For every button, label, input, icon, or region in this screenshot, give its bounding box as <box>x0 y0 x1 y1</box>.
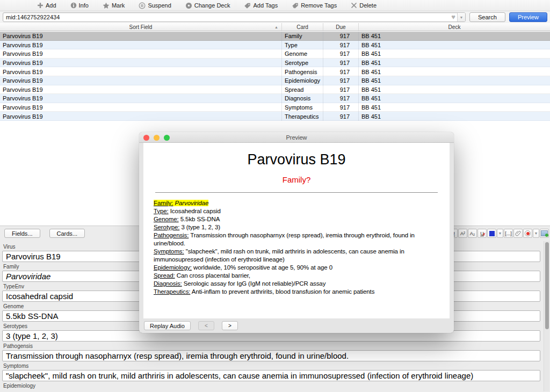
table-row[interactable]: Parvovirus B19 Pathogensis 917 BB 451 <box>0 67 550 76</box>
pause-circle-icon <box>139 2 146 9</box>
card-title: Parvovirus B19 <box>143 151 450 168</box>
add-button[interactable]: Add <box>37 2 56 9</box>
table-row[interactable]: Parvovirus B19 Type 917 BB 451 <box>0 41 550 50</box>
info-icon <box>70 2 77 9</box>
info-label: Info <box>79 2 89 9</box>
next-card-button[interactable]: > <box>222 321 238 330</box>
delete-x-icon <box>351 2 357 9</box>
answer-line: Type: Icosahedral capsid <box>154 207 443 215</box>
main-toolbar: Add Info Mark Suspend Change Deck Add Ta… <box>0 0 550 11</box>
answer-line: Symptoms: "slapcheek", mild rash on trun… <box>154 248 443 264</box>
field-input-pathogensis[interactable]: Transmission through nasopharnyx (resp s… <box>2 350 540 361</box>
remove-tags-label: Remove Tags <box>301 2 337 9</box>
star-icon <box>103 2 110 9</box>
column-header-deck[interactable]: Deck <box>359 23 550 31</box>
red-x-icon: ✗ <box>482 233 486 237</box>
window-title: Preview <box>286 134 307 141</box>
editor-scrollbar[interactable] <box>544 241 549 391</box>
scrollbar-thumb[interactable] <box>545 242 549 329</box>
preview-button[interactable]: Preview <box>509 12 547 22</box>
search-bar: mid:1462752922434 ♥ ▼ Search Preview <box>0 11 550 23</box>
delete-label: Delete <box>359 2 377 9</box>
mark-button[interactable]: Mark <box>103 2 125 9</box>
color-dropdown-button[interactable]: ▼ <box>497 229 503 238</box>
preview-titlebar[interactable]: Preview <box>139 132 454 143</box>
attach-button[interactable] <box>513 229 523 238</box>
deck-icon <box>185 2 192 9</box>
record-icon <box>525 230 531 236</box>
change-deck-label: Change Deck <box>194 2 230 9</box>
search-input[interactable]: mid:1462752922434 ♥ ▼ <box>3 12 466 22</box>
card-question: Family? <box>143 175 450 184</box>
search-history-dropdown[interactable]: ▼ <box>457 13 465 21</box>
previous-card-button[interactable]: < <box>198 321 214 330</box>
search-query-text: mid:1462752922434 <box>6 14 60 20</box>
card-preview-content: Parvovirus B19 Family? Family: Parvoviri… <box>143 143 450 318</box>
add-icon <box>37 2 44 9</box>
answer-line: Serotype: 3 (type 1, 2, 3) <box>154 223 443 231</box>
zoom-window-icon[interactable] <box>164 135 170 141</box>
record-audio-button[interactable] <box>523 229 532 238</box>
table-row[interactable]: Parvovirus B19 Genome 917 BB 451 <box>0 49 550 59</box>
field-label: Symptoms <box>3 363 540 369</box>
field-input-symptoms[interactable]: "slapcheek", mild rash on trunk, mild ar… <box>2 370 540 381</box>
tag-remove-icon <box>292 2 299 9</box>
table-row[interactable]: Parvovirus B19 Diagnosis 917 BB 451 <box>0 94 550 103</box>
question-answer-divider <box>155 192 438 193</box>
add-tags-button[interactable]: Add Tags <box>244 2 278 9</box>
column-header-card[interactable]: Card <box>282 23 323 31</box>
column-header-due[interactable]: Due <box>323 23 359 31</box>
field-label: Epidemiology <box>3 383 540 389</box>
cloze-button[interactable]: [...] <box>504 229 513 238</box>
tag-icon <box>244 2 251 9</box>
answer-line: Family: Parvoviridae <box>154 199 443 207</box>
format-toolbar: U A² A₂ U✗ ▼ [...] ▼ <box>448 229 549 238</box>
card-table-header: Sort Field ▲ Card Due Deck <box>0 23 550 31</box>
change-deck-button[interactable]: Change Deck <box>185 2 230 9</box>
answer-line: Pathogensis: Transmission through nasoph… <box>154 231 443 248</box>
window-controls <box>143 135 170 141</box>
color-swatch-icon <box>489 231 495 236</box>
card-answer-body: Family: Parvoviridae Type: Icosahedral c… <box>143 199 450 296</box>
sort-ascending-icon: ▲ <box>274 25 278 29</box>
table-row[interactable]: Parvovirus B19 Therapeutics 917 BB 451 <box>0 112 550 121</box>
preview-footer: Replay Audio < > <box>139 318 454 333</box>
add-tags-label: Add Tags <box>253 2 278 9</box>
record-dropdown-button[interactable]: ▼ <box>533 229 539 238</box>
saved-filter-heart-icon[interactable]: ♥ <box>451 14 455 20</box>
preview-window: Preview Parvovirus B19 Family? Family: P… <box>139 132 454 333</box>
subscript-button[interactable]: A₂ <box>468 229 477 238</box>
superscript-button[interactable]: A² <box>458 229 467 238</box>
table-row[interactable]: Parvovirus B19 Serotype 917 BB 451 <box>0 59 550 68</box>
fields-button[interactable]: Fields... <box>4 229 40 238</box>
answer-line: Diagnosis: Serologic assay for IgG (IgM … <box>154 280 443 288</box>
delete-button[interactable]: Delete <box>351 2 377 9</box>
card-table: Parvovirus B19 Family 917 BB 451 Parvovi… <box>0 32 550 121</box>
suspend-label: Suspend <box>148 2 171 9</box>
table-row[interactable]: Parvovirus B19 Epidemiology 917 BB 451 <box>0 76 550 85</box>
answer-line: Genome: 5.5kb SS-DNA <box>154 215 443 223</box>
minimize-window-icon[interactable] <box>154 135 160 141</box>
table-row[interactable]: Parvovirus B19 Family 917 BB 451 <box>0 32 550 41</box>
table-row[interactable]: Parvovirus B19 Symptoms 917 BB 451 <box>0 103 550 112</box>
cards-button[interactable]: Cards... <box>49 229 85 238</box>
info-button[interactable]: Info <box>70 2 89 9</box>
search-button[interactable]: Search <box>469 12 505 22</box>
table-row[interactable]: Parvovirus B19 Spread 917 BB 451 <box>0 85 550 95</box>
mark-label: Mark <box>112 2 125 9</box>
suspend-button[interactable]: Suspend <box>139 2 171 9</box>
remove-formatting-button[interactable]: U✗ <box>477 229 487 238</box>
text-color-button[interactable] <box>487 229 496 238</box>
answer-line: Spread: Can cross placental barrier, <box>154 272 443 280</box>
add-label: Add <box>46 2 56 9</box>
media-button[interactable] <box>540 229 549 238</box>
replay-audio-button[interactable]: Replay Audio <box>144 321 191 330</box>
remove-tags-button[interactable]: Remove Tags <box>292 2 337 9</box>
media-image-icon <box>541 230 548 236</box>
field-label: Pathogensis <box>3 343 540 349</box>
answer-line: Therapeutics: Anti-inflam to prevent art… <box>154 288 443 296</box>
paperclip-icon <box>515 230 522 237</box>
answer-line: Epidemiology: worldwide, 10% seropositiv… <box>154 264 443 272</box>
close-window-icon[interactable] <box>143 135 149 141</box>
column-header-sort-field[interactable]: Sort Field ▲ <box>0 23 282 31</box>
